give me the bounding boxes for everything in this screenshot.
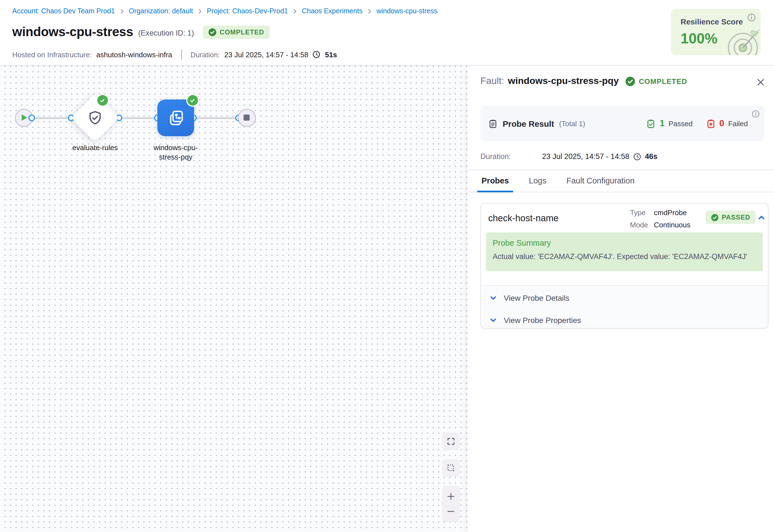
shield-check-icon <box>87 110 103 126</box>
end-node[interactable] <box>238 109 255 126</box>
passed-count: 1 <box>660 118 665 128</box>
connector-dot <box>28 114 35 121</box>
success-check-badge <box>186 94 199 107</box>
zoom-out-button[interactable] <box>442 505 460 518</box>
breadcrumb-organization-link[interactable]: Organization: default <box>129 7 193 15</box>
minus-icon <box>446 507 455 516</box>
probe-card-footer: View Probe Details View Probe Properties <box>481 286 768 328</box>
infrastructure-name: ashutosh-windows-infra <box>96 50 172 59</box>
probe-result-title: Probe Result <box>503 119 554 128</box>
play-icon <box>21 114 28 121</box>
check-circle-icon <box>711 214 718 221</box>
plus-icon <box>446 492 455 501</box>
fault-status-text: COMPLETED <box>639 77 687 85</box>
experiment-status-text: COMPLETED <box>220 28 264 36</box>
marquee-selection-icon <box>446 464 455 473</box>
clipboard-check-icon <box>646 119 656 128</box>
breadcrumb-current-link[interactable]: windows-cpu-stress <box>376 7 438 15</box>
panel-duration-label: Duration: <box>480 152 511 161</box>
passed-label: Passed <box>669 119 693 128</box>
fault-label: Fault: <box>480 76 504 87</box>
probe-mode-label: Mode <box>630 221 648 229</box>
probe-result-total: (Total 1) <box>559 120 585 128</box>
marquee-select-button[interactable] <box>442 459 460 477</box>
probe-card: check-host-name Type cmdProbe Mode Conti… <box>480 203 768 329</box>
breadcrumb-project-link[interactable]: Project: Chaos-Dev-Prod1 <box>207 7 288 15</box>
failed-label: Failed <box>728 119 748 128</box>
chevron-up-icon <box>757 213 766 222</box>
tab-probes[interactable]: Probes <box>477 170 513 192</box>
probe-type-value: cmdProbe <box>654 208 687 217</box>
panel-tabs: Probes Logs Fault Configuration <box>468 170 774 192</box>
chevron-right-icon <box>292 9 297 14</box>
check-circle-icon <box>209 28 216 36</box>
resilience-score-card: Resilience Score 100% <box>671 9 761 55</box>
tab-fault-configuration[interactable]: Fault Configuration <box>562 170 639 192</box>
probe-summary-text: Actual value: 'EC2AMAZ-QMVAF4J'. Expecte… <box>493 252 747 261</box>
close-panel-button[interactable] <box>755 77 766 88</box>
view-probe-properties-toggle[interactable]: View Probe Properties <box>489 316 581 325</box>
view-probe-details-toggle[interactable]: View Probe Details <box>489 294 569 302</box>
chaos-fault-icon <box>166 108 186 128</box>
probe-result-counts: 1 Passed 0 Failed <box>646 106 748 141</box>
chevron-right-icon <box>367 9 372 14</box>
page-header: Account: Chaos Dev Team Prod1 Organizati… <box>0 0 774 66</box>
chevron-right-icon <box>197 9 202 14</box>
resilience-score-value: 100% <box>681 30 718 47</box>
fit-screen-icon <box>446 437 455 446</box>
breadcrumb-chaos-experiments-link[interactable]: Chaos Experiments <box>302 7 363 15</box>
probe-status-text: PASSED <box>722 213 750 221</box>
probe-result-summary-box: Probe Result (Total 1) 1 Passed 0 Failed <box>480 106 765 141</box>
clock-icon <box>633 153 641 160</box>
view-probe-properties-label: View Probe Properties <box>504 316 581 325</box>
probe-mode-row: Mode Continuous <box>630 221 691 229</box>
hosted-on-label: Hosted on Infrastructure: <box>12 50 92 59</box>
target-dart-illustration <box>721 22 761 55</box>
probe-status-badge: PASSED <box>706 211 756 224</box>
vertical-divider <box>181 49 182 59</box>
collapse-probe-button[interactable] <box>757 213 766 222</box>
node-label-windows-cpu-stress-pqy: windows-cpu-stress-pqy <box>148 143 204 162</box>
page-title: windows-cpu-stress <box>12 24 133 39</box>
view-probe-details-label: View Probe Details <box>504 294 569 302</box>
close-icon <box>756 78 765 87</box>
panel-duration-value: 23 Jul 2025, 14:57 - 14:58 <box>542 152 629 161</box>
info-icon[interactable] <box>747 13 756 22</box>
check-circle-icon <box>626 76 635 86</box>
fault-details-panel: Fault: windows-cpu-stress-pqy COMPLETED … <box>468 66 774 532</box>
probe-summary-title: Probe Summary <box>493 238 551 247</box>
execution-id: (Execution ID: 1) <box>138 29 194 37</box>
chevron-down-icon <box>489 316 497 324</box>
chevron-down-icon <box>489 294 497 302</box>
stop-icon <box>244 115 250 121</box>
clipboard-icon <box>488 119 498 128</box>
pipeline-edge <box>24 117 247 119</box>
duration-value: 23 Jul 2025, 14:57 - 14:58 <box>224 50 308 59</box>
fault-header: Fault: windows-cpu-stress-pqy COMPLETED <box>480 76 687 87</box>
app-root: Account: Chaos Dev Team Prod1 Organizati… <box>0 0 774 532</box>
experiment-status-badge: COMPLETED <box>203 25 270 39</box>
probe-type-row: Type cmdProbe <box>630 208 687 217</box>
node-evaluate-rules[interactable] <box>78 101 112 135</box>
probe-summary-box: Probe Summary Actual value: 'EC2AMAZ-QMV… <box>486 232 763 271</box>
zoom-in-button[interactable] <box>442 490 460 503</box>
tab-logs[interactable]: Logs <box>524 170 551 192</box>
clock-icon <box>313 51 321 58</box>
meta-row: Hosted on Infrastructure: ashutosh-windo… <box>12 49 337 59</box>
probe-type-label: Type <box>630 208 648 217</box>
title-row: windows-cpu-stress (Execution ID: 1) COM… <box>12 24 270 39</box>
breadcrumb-account-link[interactable]: Account: Chaos Dev Team Prod1 <box>12 7 115 15</box>
clipboard-x-icon <box>706 119 715 128</box>
duration-label: Duration: <box>190 50 220 59</box>
panel-duration-row: Duration: <box>480 152 511 161</box>
fit-to-screen-button[interactable] <box>442 432 460 450</box>
success-check-badge <box>96 94 109 107</box>
panel-duration-seconds: 46s <box>645 152 658 161</box>
zoom-controls <box>442 486 460 522</box>
breadcrumb: Account: Chaos Dev Team Prod1 Organizati… <box>12 7 437 15</box>
info-icon[interactable] <box>752 110 760 118</box>
probe-name: check-host-name <box>488 213 559 223</box>
failed-count: 0 <box>719 118 724 128</box>
probe-result-left: Probe Result (Total 1) <box>488 106 585 141</box>
fault-name: windows-cpu-stress-pqy <box>508 76 619 87</box>
